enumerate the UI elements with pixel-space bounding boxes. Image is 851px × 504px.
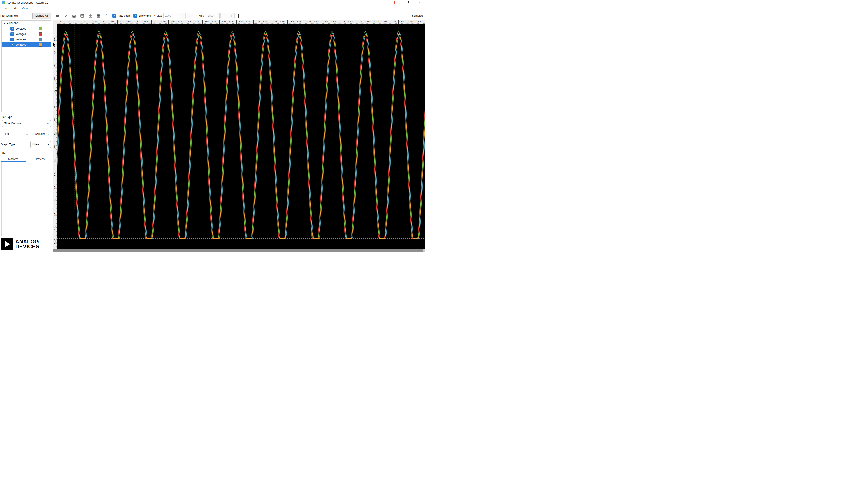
- menu-bar: File Edit View: [0, 5, 426, 11]
- y-max-increment[interactable]: +: [187, 13, 193, 19]
- voltage0-checkbox[interactable]: ✓: [11, 27, 14, 31]
- x-tick-label: +190: [237, 20, 243, 24]
- y-max-decrement[interactable]: −: [179, 13, 186, 19]
- oscilloscope-plot[interactable]: [57, 24, 426, 249]
- x-tick-label: -10: [66, 20, 70, 24]
- x-tick-label: +50: [117, 20, 122, 24]
- x-tick-label: +380: [398, 20, 404, 24]
- y-tick-label: +0: [54, 106, 56, 108]
- chevron-down-icon: ▾: [48, 132, 49, 136]
- plot-type-dropdown[interactable]: Time Domain ▾: [2, 120, 51, 127]
- table-icon: [97, 14, 100, 18]
- sample-count-increment[interactable]: +: [23, 131, 31, 137]
- trace-voltage2: [57, 33, 426, 238]
- chevron-down-icon: ▾: [48, 143, 49, 146]
- menu-view[interactable]: View: [20, 6, 30, 11]
- x-tick-label: +170: [219, 20, 226, 24]
- tab-markers[interactable]: Markers: [0, 156, 27, 162]
- x-tick-label: -20: [58, 20, 62, 24]
- y-min-input[interactable]: [205, 13, 220, 19]
- grid-view-button[interactable]: [88, 13, 93, 18]
- x-tick-label: +390: [407, 20, 413, 24]
- auto-scale-checkbox[interactable]: ✓: [112, 14, 116, 18]
- restore-button[interactable]: [401, 0, 413, 5]
- y-min-decrement[interactable]: −: [221, 13, 227, 19]
- graph-type-dropdown[interactable]: Lines ▾: [30, 141, 51, 148]
- x-tick-label: +290: [322, 20, 328, 24]
- disable-all-button[interactable]: Disable All: [32, 13, 51, 19]
- fit-button[interactable]: [104, 13, 109, 18]
- capture-toolbar: ✓ Auto scale ✓ Show grid Y Max: − + Y Mi…: [53, 11, 426, 20]
- voltage3-color-swatch[interactable]: [38, 43, 42, 47]
- sample-count-input[interactable]: [2, 131, 15, 137]
- y-tick-label: -900: [54, 226, 56, 230]
- menu-file[interactable]: File: [1, 6, 10, 11]
- voltage3-checkbox[interactable]: ✓: [11, 43, 14, 47]
- pause-button[interactable]: [55, 13, 60, 18]
- new-plot-window-button[interactable]: [239, 14, 244, 18]
- x-tick-label: +250: [288, 20, 294, 24]
- sample-unit-dropdown[interactable]: Samples ▾: [33, 131, 51, 137]
- y-tick-label: +300: [54, 64, 56, 69]
- tab-devices[interactable]: Devices: [27, 156, 53, 162]
- y-tick-label: -400: [54, 159, 56, 163]
- y-max-input[interactable]: [163, 13, 178, 19]
- minimize-button[interactable]: [388, 0, 401, 5]
- scrollbar-thumb[interactable]: [53, 249, 423, 252]
- device-row[interactable]: ▾ ad7383-4: [2, 21, 51, 26]
- ruler-corner: [53, 20, 57, 24]
- x-tick-label: +90: [152, 20, 156, 24]
- x-tick-label: +330: [355, 20, 362, 24]
- expander-icon[interactable]: ▾: [4, 22, 5, 25]
- menu-edit[interactable]: Edit: [10, 6, 20, 11]
- channel-row-voltage0[interactable]: ✓ voltage0: [2, 26, 51, 31]
- grid-view-icon: [89, 14, 92, 18]
- y-tick-mark: [55, 198, 56, 198]
- auto-scale-toggle[interactable]: ✓ Auto scale: [112, 14, 131, 18]
- x-tick-label: +310: [338, 20, 345, 24]
- play-button[interactable]: [63, 13, 68, 18]
- screenshot-button[interactable]: [71, 13, 76, 18]
- y-tick-label: -200: [54, 132, 56, 136]
- plot-svg: [57, 24, 426, 249]
- x-tick-label: +100: [160, 20, 166, 24]
- channel-row-voltage3[interactable]: ✓ voltage3: [2, 42, 51, 48]
- x-tick-label: +110: [168, 20, 175, 24]
- x-tick-label: +80: [143, 20, 147, 24]
- window-title: ADI IIO Oscilloscope - Capture1: [7, 1, 48, 4]
- y-min-increment[interactable]: +: [228, 13, 235, 19]
- plot-type-label: Plot Type: [1, 115, 53, 119]
- y-tick-label: -700: [54, 199, 56, 203]
- info-tabs: Markers Devices: [0, 156, 53, 162]
- show-grid-checkbox[interactable]: ✓: [133, 14, 137, 18]
- voltage1-color-swatch[interactable]: [38, 33, 42, 36]
- voltage3-label: voltage3: [16, 43, 26, 46]
- channel-row-voltage2[interactable]: ✓ voltage2: [2, 37, 51, 42]
- x-tick-label: +320: [347, 20, 353, 24]
- chevron-down-icon: ▾: [47, 122, 49, 125]
- logo-line2: DEVICES: [15, 244, 39, 249]
- y-tick-mark: [55, 212, 56, 212]
- x-tick-label: +120: [177, 20, 183, 24]
- channel-row-voltage1[interactable]: ✓ voltage1: [2, 31, 51, 37]
- voltage2-color-swatch[interactable]: [38, 38, 42, 41]
- voltage2-checkbox[interactable]: ✓: [11, 38, 14, 41]
- move-fit-icon: [105, 14, 109, 18]
- graph-type-value: Lines: [32, 143, 39, 146]
- y-max-label: Y Max:: [154, 14, 162, 17]
- voltage1-checkbox[interactable]: ✓: [11, 32, 14, 36]
- save-button[interactable]: [80, 13, 85, 18]
- table-button[interactable]: [96, 13, 101, 18]
- sample-count-decrement[interactable]: −: [15, 131, 23, 137]
- x-tick-label: +280: [313, 20, 319, 24]
- x-tick-label: +40: [109, 20, 114, 24]
- graph-type-label: Graph Type:: [1, 143, 16, 146]
- x-tick-label: +410: [424, 20, 426, 24]
- horizontal-scrollbar[interactable]: [53, 249, 426, 252]
- x-tick-label: +270: [305, 20, 311, 24]
- x-tick-label: +230: [271, 20, 277, 24]
- analog-devices-logo: ANALOG DEVICES: [1, 238, 53, 250]
- close-button[interactable]: ✕: [413, 0, 426, 5]
- show-grid-toggle[interactable]: ✓ Show grid: [133, 14, 151, 18]
- voltage0-color-swatch[interactable]: [38, 27, 42, 31]
